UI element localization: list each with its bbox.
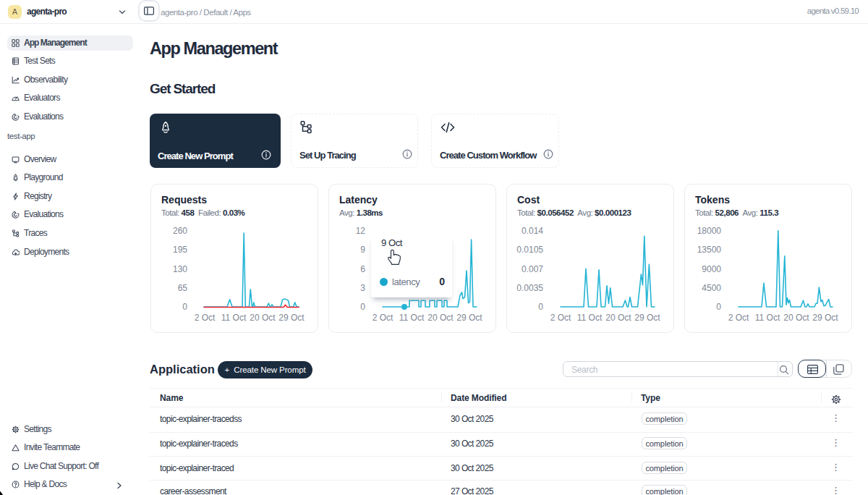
svg-text:0.014: 0.014: [522, 226, 543, 236]
svg-text:11 Oct: 11 Oct: [755, 313, 780, 323]
svg-text:0: 0: [538, 302, 543, 312]
svg-text:2 Oct: 2 Oct: [373, 313, 393, 323]
svg-text:12: 12: [356, 226, 366, 236]
svg-text:20 Oct: 20 Oct: [605, 313, 631, 323]
svg-text:11 Oct: 11 Oct: [399, 313, 425, 323]
svg-text:29 Oct: 29 Oct: [634, 313, 660, 323]
svg-text:29 Oct: 29 Oct: [456, 313, 482, 323]
svg-text:29 Oct: 29 Oct: [812, 313, 838, 323]
svg-text:9000: 9000: [702, 264, 721, 274]
svg-text:13500: 13500: [697, 245, 722, 255]
svg-text:65: 65: [178, 283, 188, 293]
svg-text:6: 6: [360, 264, 365, 274]
svg-text:195: 195: [173, 245, 187, 255]
svg-text:20 Oct: 20 Oct: [783, 313, 809, 323]
svg-text:11 Oct: 11 Oct: [221, 313, 247, 323]
svg-text:2 Oct: 2 Oct: [728, 313, 749, 323]
svg-text:0.0105: 0.0105: [516, 245, 543, 255]
svg-text:260: 260: [173, 226, 187, 236]
svg-text:4500: 4500: [702, 283, 721, 293]
svg-text:0: 0: [360, 302, 365, 312]
svg-text:0: 0: [716, 302, 721, 312]
svg-text:20 Oct: 20 Oct: [250, 313, 276, 323]
svg-text:29 Oct: 29 Oct: [278, 313, 305, 323]
svg-text:11 Oct: 11 Oct: [577, 313, 603, 323]
svg-text:2 Oct: 2 Oct: [195, 313, 216, 323]
svg-text:0.0035: 0.0035: [516, 283, 543, 293]
svg-text:0: 0: [182, 302, 187, 312]
svg-text:130: 130: [173, 264, 187, 274]
svg-text:20 Oct: 20 Oct: [427, 313, 454, 323]
svg-text:3: 3: [360, 283, 365, 293]
svg-text:0.007: 0.007: [522, 264, 543, 274]
svg-text:2 Oct: 2 Oct: [550, 313, 571, 323]
svg-text:18000: 18000: [697, 226, 722, 236]
svg-text:9: 9: [360, 245, 365, 255]
